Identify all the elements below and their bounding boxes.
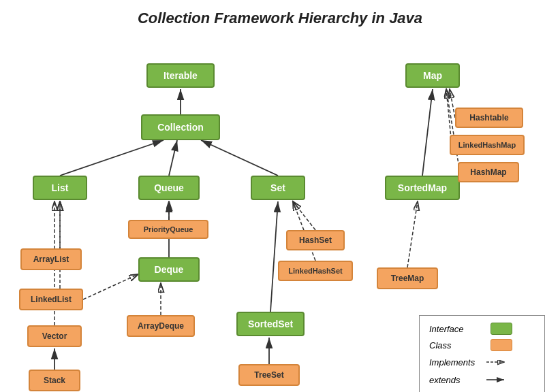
- node-hashmap: HashMap: [458, 162, 519, 182]
- diagram: Iterable Collection List Queue Set Deque…: [0, 33, 560, 392]
- node-linkedhashmap: LinkedHashMap: [450, 135, 525, 155]
- node-hashtable: Hashtable: [455, 108, 523, 128]
- svg-line-13: [83, 274, 138, 299]
- svg-line-5: [270, 201, 278, 312]
- svg-line-1: [60, 140, 164, 176]
- node-deque: Deque: [138, 257, 200, 282]
- legend-implements-label: Implements: [429, 357, 484, 368]
- legend-class-box: [491, 339, 512, 351]
- node-priorityqueue: PriorityQueue: [128, 220, 208, 239]
- legend-implements-arrow: [484, 355, 508, 369]
- legend-interface: Interface: [429, 323, 535, 335]
- node-treemap: TreeMap: [377, 267, 438, 289]
- node-hashset: HashSet: [286, 230, 345, 250]
- node-iterable: Iterable: [146, 63, 215, 88]
- legend: Interface Class Implements extends: [419, 315, 545, 392]
- svg-line-17: [450, 89, 455, 118]
- svg-line-14: [293, 201, 315, 230]
- node-queue: Queue: [138, 176, 200, 200]
- legend-interface-label: Interface: [429, 324, 484, 334]
- svg-line-2: [169, 140, 177, 176]
- page-title: Collection Framework Hierarchy in Java: [0, 0, 560, 33]
- node-set: Set: [251, 176, 305, 200]
- svg-line-6: [422, 89, 433, 176]
- node-treeset: TreeSet: [238, 364, 300, 386]
- svg-line-19: [446, 89, 460, 172]
- legend-class-label: Class: [429, 340, 484, 350]
- node-linkedlist: LinkedList: [19, 289, 83, 310]
- legend-implements: Implements: [429, 355, 535, 369]
- legend-extends-label: extends: [429, 375, 484, 385]
- legend-interface-box: [491, 323, 512, 335]
- node-sortedmap: SortedMap: [385, 176, 460, 200]
- node-arraydeque: ArrayDeque: [127, 315, 195, 337]
- node-map: Map: [405, 63, 460, 88]
- node-linkedhashset: LinkedHashSet: [278, 261, 353, 281]
- svg-line-20: [407, 201, 418, 267]
- legend-extends-arrow: [484, 373, 508, 387]
- node-arraylist: ArrayList: [20, 248, 82, 270]
- node-stack: Stack: [29, 370, 80, 391]
- svg-line-3: [201, 140, 278, 176]
- node-sortedset: SortedSet: [236, 312, 305, 336]
- node-collection: Collection: [141, 114, 220, 140]
- node-list: List: [33, 176, 87, 200]
- legend-class: Class: [429, 339, 535, 351]
- legend-extends: extends: [429, 373, 535, 387]
- node-vector: Vector: [27, 325, 82, 347]
